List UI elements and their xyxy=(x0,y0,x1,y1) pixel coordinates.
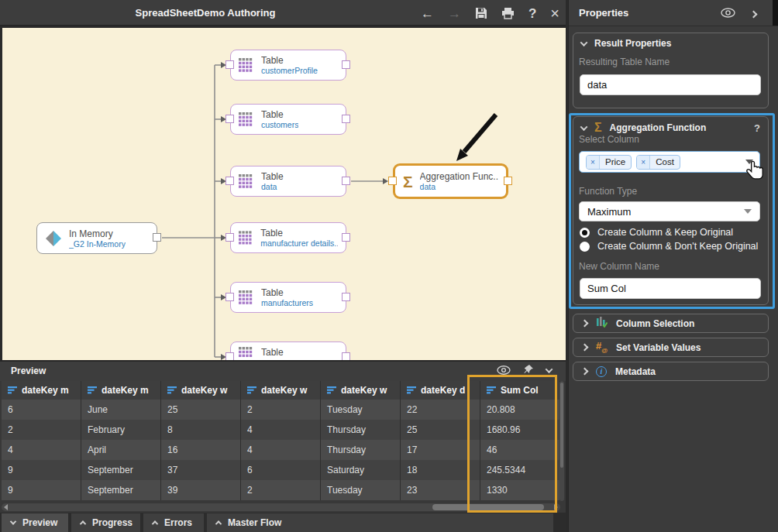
table-row: 9September392Tuesday231330 xyxy=(2,480,560,500)
table-grid-icon xyxy=(239,347,254,360)
vertical-scrollbar[interactable] xyxy=(559,381,564,501)
horizontal-scrollbar-thumb[interactable] xyxy=(432,504,544,510)
node-title: Aggregation Func... xyxy=(420,171,498,182)
table-row: 4April164Thursday1746 xyxy=(2,440,560,460)
node-in-memory[interactable]: In Memory_G2 In-Memory xyxy=(36,222,157,254)
forward-icon[interactable]: → xyxy=(448,7,461,20)
panel-scrollbar[interactable] xyxy=(773,0,778,26)
function-type-select[interactable]: Maximum xyxy=(579,201,760,221)
vertical-scrollbar-thumb[interactable] xyxy=(560,383,563,468)
input-port[interactable] xyxy=(225,60,234,69)
section-metadata[interactable]: i Metadata xyxy=(573,362,769,381)
output-port[interactable] xyxy=(342,293,350,301)
new-column-name-input[interactable] xyxy=(580,278,761,299)
section-header-result-properties[interactable]: Result Properties xyxy=(573,33,768,53)
column-header[interactable]: dateKey d xyxy=(401,381,480,400)
cell: 25 xyxy=(401,420,480,440)
output-port[interactable] xyxy=(504,177,512,185)
tab-progress[interactable]: Progress xyxy=(71,513,140,532)
node-subtitle: _G2 In-Memory xyxy=(69,239,126,249)
input-port[interactable] xyxy=(225,233,234,242)
chevron-right-icon xyxy=(581,368,589,376)
cell: September xyxy=(81,460,161,480)
chevron-right-icon xyxy=(581,344,589,352)
save-icon[interactable] xyxy=(475,7,487,19)
output-port[interactable] xyxy=(153,233,161,242)
tab-preview[interactable]: Preview xyxy=(2,513,68,532)
horizontal-scrollbar[interactable] xyxy=(2,503,560,511)
help-icon[interactable]: ? xyxy=(754,122,760,134)
bottom-tab-bar: Preview Progress Errors Master Flow xyxy=(0,513,566,532)
input-port[interactable] xyxy=(225,352,234,360)
table-grid-icon xyxy=(239,174,254,188)
column-header[interactable]: dateKey m xyxy=(81,381,161,400)
radio-keep-original[interactable]: Create Column & Keep Original xyxy=(580,227,733,238)
cell: 23 xyxy=(401,480,480,500)
node-table-customerprofile[interactable]: TablecustomerProfile xyxy=(230,50,346,81)
column-header[interactable]: dateKey w xyxy=(321,381,401,400)
print-icon[interactable] xyxy=(501,7,515,19)
radio-dont-keep-original[interactable]: Create Column & Don't Keep Original xyxy=(580,241,758,252)
close-icon[interactable]: × xyxy=(550,5,559,21)
collapse-preview-icon[interactable] xyxy=(546,366,553,373)
cell: 17 xyxy=(401,440,480,460)
node-table-partial[interactable]: Table xyxy=(230,342,346,360)
output-port[interactable] xyxy=(342,177,350,185)
window-title: SpreadSheetDemo Authoring xyxy=(0,0,411,26)
cell: 9 xyxy=(2,460,81,480)
tab-master-flow[interactable]: Master Flow xyxy=(207,513,553,532)
output-port[interactable] xyxy=(342,115,350,123)
column-header[interactable]: dateKey w xyxy=(161,381,241,400)
table-grid-icon xyxy=(239,231,253,245)
cell: 9 xyxy=(2,480,81,500)
scroll-left-icon[interactable] xyxy=(4,504,8,510)
remove-chip-icon[interactable]: × xyxy=(587,156,600,169)
column-selection-icon xyxy=(596,317,608,330)
chip-cost[interactable]: × Cost xyxy=(636,155,680,170)
cell: 8 xyxy=(161,420,241,440)
pin-icon[interactable] xyxy=(523,364,534,378)
table-row: 9September376Saturday18245.5344 xyxy=(2,460,560,480)
eye-icon[interactable] xyxy=(721,7,735,21)
column-header[interactable]: dateKey w xyxy=(241,381,321,400)
preview-panel: Preview dateKey m dateKey m dateKey w da… xyxy=(0,360,566,513)
output-port[interactable] xyxy=(342,352,350,360)
collapse-panel-icon[interactable] xyxy=(750,10,758,18)
section-column-selection[interactable]: Column Selection xyxy=(573,314,769,333)
input-port[interactable] xyxy=(225,115,234,123)
node-aggregation-function[interactable]: Σ Aggregation Func...data xyxy=(393,163,508,199)
input-port[interactable] xyxy=(388,177,397,185)
preview-table: dateKey m dateKey m dateKey w dateKey w … xyxy=(2,381,560,500)
select-column-label: Select Column xyxy=(579,134,639,145)
section-set-variable-values[interactable]: #@ Set Variable Values xyxy=(573,338,769,357)
radio-unselected-icon[interactable] xyxy=(580,242,590,252)
app-window: SpreadSheetDemo Authoring ← → ? × xyxy=(0,0,778,532)
in-memory-icon xyxy=(45,230,62,247)
sigma-icon: Σ xyxy=(594,122,602,134)
scroll-right-icon[interactable] xyxy=(554,504,558,510)
resulting-table-name-label: Resulting Table Name xyxy=(579,57,670,67)
eye-icon[interactable] xyxy=(497,364,511,378)
node-table-manufacturers[interactable]: Tablemanufacturers xyxy=(230,282,346,313)
chevron-up-icon xyxy=(80,520,86,527)
output-port[interactable] xyxy=(342,60,350,69)
radio-selected-icon[interactable] xyxy=(580,228,590,238)
node-table-data[interactable]: Tabledata xyxy=(230,166,346,197)
node-subtitle: manufacturers xyxy=(261,298,313,307)
remove-chip-icon[interactable]: × xyxy=(637,156,650,169)
back-icon[interactable]: ← xyxy=(421,7,434,20)
node-table-customers[interactable]: Tablecustomers xyxy=(230,104,346,135)
column-header[interactable]: dateKey m xyxy=(2,381,81,400)
resulting-table-name-input[interactable] xyxy=(580,74,761,95)
input-port[interactable] xyxy=(225,293,234,301)
chip-price[interactable]: × Price xyxy=(586,155,632,170)
input-port[interactable] xyxy=(225,177,234,185)
tab-errors[interactable]: Errors xyxy=(143,513,204,532)
node-table-manufacturer-details[interactable]: Tablemanufacturer details... xyxy=(230,222,346,253)
column-header-sum-col[interactable]: Sum Col xyxy=(480,381,560,400)
output-port[interactable] xyxy=(342,233,350,242)
select-column-multiselect[interactable]: × Price × Cost xyxy=(579,151,760,173)
node-title: Table xyxy=(260,228,338,239)
help-icon[interactable]: ? xyxy=(528,7,536,20)
sigma-icon: Σ xyxy=(403,173,413,190)
